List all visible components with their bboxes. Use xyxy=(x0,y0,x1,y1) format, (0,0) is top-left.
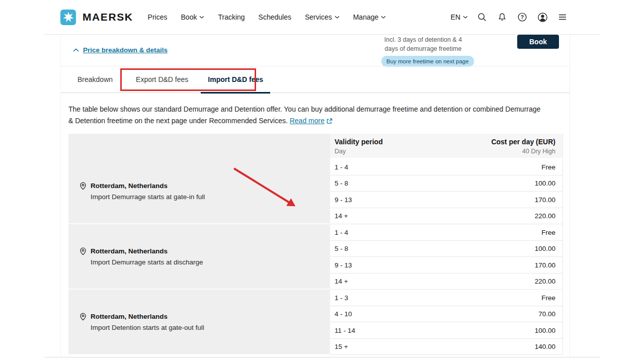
location-name: Rotterdam, Netherlands xyxy=(91,247,203,255)
price-details-card: Price breakdown & details Incl. 3 days o… xyxy=(60,35,570,357)
fee-rows: 1 - 4Free 5 - 8100.00 9 - 13170.00 14 +2… xyxy=(330,224,563,290)
location-pin-icon xyxy=(79,247,87,266)
fee-rows: 1 - 4Free 5 - 8100.00 9 - 13170.00 14 +2… xyxy=(330,159,563,224)
help-icon[interactable]: ? xyxy=(516,11,528,23)
freetime-badge: Buy more freetime on next page xyxy=(381,56,474,67)
freetime-note: Incl. 3 days of detention & 4 days of de… xyxy=(381,35,465,67)
chevron-down-icon xyxy=(335,16,340,19)
fee-row: 1 - 4Free xyxy=(330,224,563,241)
fee-group-detention-gate-out: Rotterdam, Netherlands Import Detention … xyxy=(68,290,563,355)
fee-row: 15 +140.00 xyxy=(330,339,563,355)
price-summary-row: Price breakdown & details Incl. 3 days o… xyxy=(61,35,570,66)
notifications-bell-icon[interactable] xyxy=(496,11,508,23)
chevron-down-icon xyxy=(381,16,386,19)
table-description: The table below shows our standard Demur… xyxy=(68,104,545,128)
bottom-divider xyxy=(44,357,600,357)
top-navigation: MAERSK Prices Book Tracking Schedules Se… xyxy=(0,0,644,34)
search-icon[interactable] xyxy=(476,11,488,23)
maersk-logo[interactable]: MAERSK xyxy=(60,10,133,25)
main-menu: Prices Book Tracking Schedules Services … xyxy=(148,13,386,21)
price-breakdown-label: Price breakdown & details xyxy=(83,46,168,54)
header-left-spacer xyxy=(68,134,330,159)
freetime-note-line1: Incl. 3 days of detention & 4 xyxy=(381,35,465,44)
freetime-note-line2: days of demurrage freetime xyxy=(381,44,465,53)
fee-table-header: Validity period Day Cost per day (EUR) 4… xyxy=(68,134,563,159)
topbar-utilities: EN ? xyxy=(451,11,569,23)
location-name: Rotterdam, Netherlands xyxy=(91,313,204,320)
fee-row: 5 - 8100.00 xyxy=(330,241,563,257)
tab-breakdown[interactable]: Breakdown xyxy=(70,66,120,93)
cost-header: Cost per day (EUR) 40 Dry High xyxy=(491,138,555,155)
location-pin-icon xyxy=(79,182,87,201)
charge-description: Import Detention starts at gate-out full xyxy=(91,324,204,331)
external-link-icon xyxy=(326,116,333,128)
validity-header: Validity period Day xyxy=(335,138,383,155)
fee-row: 5 - 8100.00 xyxy=(330,175,563,192)
fee-row: 14 +220.00 xyxy=(330,274,563,290)
fee-tabs: Breakdown Export D&D fees Import D&D fee… xyxy=(61,66,570,93)
tab-export-dd-fees[interactable]: Export D&D fees xyxy=(129,66,195,93)
chevron-down-icon xyxy=(463,16,468,19)
dd-fee-table: Validity period Day Cost per day (EUR) 4… xyxy=(68,134,563,355)
nav-item-manage[interactable]: Manage xyxy=(353,13,386,21)
menu-icon[interactable] xyxy=(556,11,569,23)
nav-item-prices[interactable]: Prices xyxy=(148,13,168,21)
price-breakdown-toggle[interactable]: Price breakdown & details xyxy=(73,46,168,54)
chevron-down-icon xyxy=(199,16,204,19)
book-button[interactable]: Book xyxy=(517,35,559,49)
fee-row: 9 - 13170.00 xyxy=(330,257,563,274)
fee-group-location: Rotterdam, Netherlands Import Detention … xyxy=(68,290,330,355)
fee-row: 4 - 1070.00 xyxy=(330,306,563,323)
fee-row: 14 +220.00 xyxy=(330,208,563,225)
location-pin-icon xyxy=(79,313,87,331)
brand-name: MAERSK xyxy=(83,11,133,23)
tab-import-dd-fees[interactable]: Import D&D fees xyxy=(201,66,270,93)
fee-row: 9 - 13170.00 xyxy=(330,192,563,208)
location-name: Rotterdam, Netherlands xyxy=(91,182,205,190)
fee-rows: 1 - 3Free 4 - 1070.00 11 - 14100.00 15 +… xyxy=(330,290,563,355)
svg-text:?: ? xyxy=(521,14,524,20)
language-selector[interactable]: EN xyxy=(451,13,468,21)
fee-row: 1 - 4Free xyxy=(330,159,563,175)
nav-item-tracking[interactable]: Tracking xyxy=(218,13,245,21)
maersk-booking-page: MAERSK Prices Book Tracking Schedules Se… xyxy=(0,0,644,362)
charge-description: Import Demurrage starts at gate-in full xyxy=(91,193,205,201)
fee-group-demurrage-gate-in: Rotterdam, Netherlands Import Demurrage … xyxy=(68,159,563,224)
fee-row: 11 - 14100.00 xyxy=(330,322,563,339)
read-more-link[interactable]: Read more xyxy=(290,117,333,125)
charge-description: Import Demurrage starts at discharge xyxy=(91,258,203,266)
nav-item-services[interactable]: Services xyxy=(305,13,340,21)
nav-item-book[interactable]: Book xyxy=(181,13,205,21)
chevron-up-icon xyxy=(73,48,79,52)
fee-group-location: Rotterdam, Netherlands Import Demurrage … xyxy=(68,224,330,290)
header-columns: Validity period Day Cost per day (EUR) 4… xyxy=(330,134,563,159)
fee-group-location: Rotterdam, Netherlands Import Demurrage … xyxy=(68,159,330,224)
maersk-star-icon xyxy=(60,10,76,25)
fee-row: 1 - 3Free xyxy=(330,290,563,306)
nav-item-schedules[interactable]: Schedules xyxy=(259,13,291,21)
fee-group-demurrage-discharge: Rotterdam, Netherlands Import Demurrage … xyxy=(68,224,563,290)
account-icon[interactable] xyxy=(536,11,548,23)
